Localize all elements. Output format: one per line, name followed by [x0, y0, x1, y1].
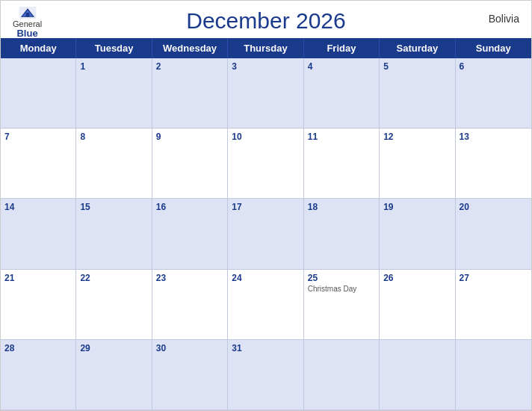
cell-day-number: 24 [232, 273, 299, 283]
day-header-friday: Friday [304, 38, 380, 58]
calendar-cell: 1 [76, 58, 152, 129]
calendar-cell: 5 [380, 58, 455, 129]
calendar-cell: 17 [228, 199, 303, 269]
cell-day-number: 23 [156, 273, 223, 283]
week-row-1: 123456 [1, 58, 531, 129]
day-header-thursday: Thursday [228, 38, 303, 58]
calendar-cell: 14 [1, 199, 76, 269]
cell-day-number: 6 [460, 61, 528, 72]
calendar-cell: 25Christmas Day [304, 270, 380, 340]
calendar-cell: 10 [228, 129, 303, 199]
day-header-saturday: Saturday [380, 38, 455, 58]
calendar-cell: 3 [228, 58, 303, 129]
day-header-sunday: Sunday [456, 38, 531, 58]
calendar-cell: 22 [76, 270, 152, 340]
holiday-label: Christmas Day [308, 285, 375, 293]
day-header-monday: Monday [1, 38, 76, 58]
cell-day-number: 13 [460, 132, 528, 142]
cell-day-number: 25 [308, 273, 375, 283]
cell-day-number: 11 [308, 132, 375, 142]
calendar-cell: 13 [456, 129, 531, 199]
calendar-cell [304, 340, 380, 410]
cell-day-number: 2 [156, 61, 223, 72]
calendar-cell [456, 340, 531, 410]
calendar-cell: 12 [380, 129, 455, 199]
cell-day-number: 30 [156, 343, 223, 353]
cell-day-number: 12 [383, 132, 451, 142]
calendar-cell: 16 [152, 199, 228, 269]
calendar-cell: 18 [304, 199, 380, 269]
calendar-cell: 19 [380, 199, 455, 269]
cell-day-number: 20 [460, 202, 528, 212]
calendar-container: General Blue December 2026 Bolivia Monda… [0, 0, 532, 411]
cell-day-number: 17 [232, 202, 299, 212]
calendar-cell [1, 58, 76, 129]
calendar-cell: 9 [152, 129, 228, 199]
calendar-cell [380, 340, 455, 410]
calendar-cell: 30 [152, 340, 228, 410]
cell-day-number: 10 [232, 132, 299, 142]
calendar-cell: 11 [304, 129, 380, 199]
week-row-5: 28293031 [1, 340, 531, 410]
cell-day-number: 4 [308, 61, 375, 72]
cell-day-number: 31 [232, 343, 299, 353]
calendar-cell: 21 [1, 270, 76, 340]
cell-day-number: 22 [80, 273, 147, 283]
weeks-container: 1234567891011121314151617181920212223242… [1, 58, 531, 410]
cell-day-number: 29 [80, 343, 147, 353]
month-title: December 2026 [186, 8, 345, 34]
calendar-cell: 29 [76, 340, 152, 410]
logo: General Blue [13, 7, 42, 39]
cell-day-number: 14 [4, 202, 72, 212]
cell-day-number: 15 [80, 202, 147, 212]
calendar-header: General Blue December 2026 Bolivia [1, 1, 531, 38]
cell-day-number: 8 [80, 132, 147, 142]
cell-day-number: 18 [308, 202, 375, 212]
cell-day-number: 26 [383, 273, 451, 283]
day-header-wednesday: Wednesday [152, 38, 228, 58]
cell-day-number: 28 [4, 343, 72, 353]
cell-day-number: 7 [4, 132, 72, 142]
cell-day-number: 19 [383, 202, 451, 212]
cell-day-number: 5 [383, 61, 451, 72]
cell-day-number: 9 [156, 132, 223, 142]
day-headers-row: Monday Tuesday Wednesday Thursday Friday… [1, 38, 531, 58]
calendar-cell: 28 [1, 340, 76, 410]
logo-icon [19, 7, 37, 19]
calendar-cell: 2 [152, 58, 228, 129]
cell-day-number: 21 [4, 273, 72, 283]
cell-day-number: 27 [460, 273, 528, 283]
calendar-cell: 20 [456, 199, 531, 269]
svg-rect-3 [25, 13, 29, 17]
week-row-4: 2122232425Christmas Day2627 [1, 270, 531, 340]
calendar-cell: 27 [456, 270, 531, 340]
calendar-cell: 24 [228, 270, 303, 340]
calendar-cell: 23 [152, 270, 228, 340]
calendar-cell: 7 [1, 129, 76, 199]
calendar-cell: 8 [76, 129, 152, 199]
calendar-cell: 31 [228, 340, 303, 410]
week-row-3: 14151617181920 [1, 199, 531, 269]
calendar-cell: 15 [76, 199, 152, 269]
logo-blue-text: Blue [16, 28, 37, 39]
day-header-tuesday: Tuesday [76, 38, 152, 58]
calendar-cell: 26 [380, 270, 455, 340]
country-label: Bolivia [489, 13, 519, 25]
cell-day-number: 1 [80, 61, 147, 72]
cell-day-number: 3 [232, 61, 299, 72]
week-row-2: 78910111213 [1, 129, 531, 199]
calendar-cell: 4 [304, 58, 380, 129]
cell-day-number: 16 [156, 202, 223, 212]
calendar-cell: 6 [456, 58, 531, 129]
